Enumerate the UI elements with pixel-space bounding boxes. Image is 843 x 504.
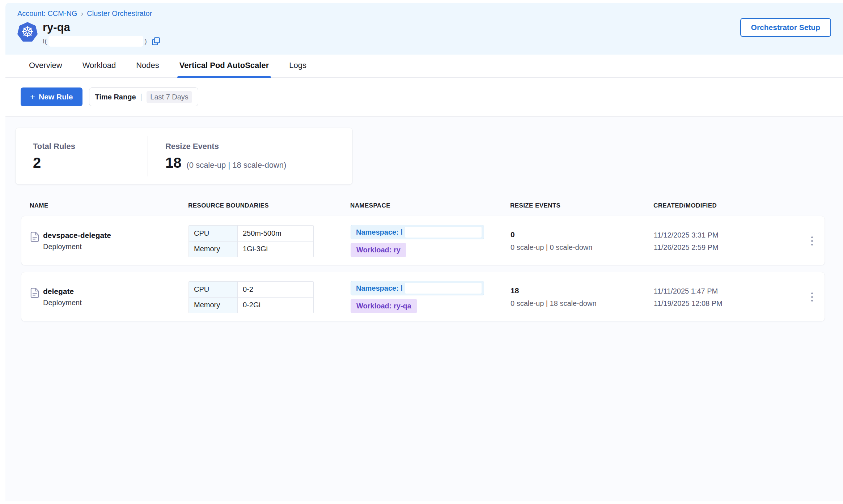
chevron-right-icon: ›: [81, 9, 84, 18]
resize-events-value: 18: [165, 155, 182, 171]
orchestrator-setup-button[interactable]: Orchestrator Setup: [740, 18, 831, 37]
tab-logs[interactable]: Logs: [289, 61, 306, 77]
main-panel: Account: CCM-NG › Cluster Orchestrator ☸…: [5, 3, 843, 504]
column-header-resource-boundaries: Resource Boundaries: [188, 202, 350, 209]
toolbar: + New Rule Time Range | Last 7 Days: [5, 78, 843, 117]
summary-card: Total Rules 2 Resize Events 18 (0 scale-…: [15, 128, 353, 185]
tab-nodes[interactable]: Nodes: [136, 61, 159, 77]
cpu-value: 0-2: [238, 282, 313, 297]
cluster-id-row: I( ): [43, 36, 161, 47]
cpu-value: 250m-500m: [238, 226, 313, 241]
modified-date: 11/26/2025 2:59 PM: [654, 241, 794, 253]
modified-date: 11/19/2025 12:08 PM: [654, 297, 794, 309]
active-tab-underline: [177, 76, 271, 78]
cpu-label: CPU: [189, 226, 238, 241]
plus-icon: +: [30, 93, 35, 101]
table-header-row: Name Resource Boundaries Namespace Resiz…: [21, 202, 825, 209]
total-rules-stat: Total Rules 2: [16, 142, 75, 171]
cluster-id-redacted: [48, 36, 143, 47]
breadcrumb: Account: CCM-NG › Cluster Orchestrator: [17, 9, 831, 18]
memory-label: Memory: [189, 242, 238, 257]
document-icon: [30, 232, 39, 243]
memory-value: 1Gi-3Gi: [238, 242, 313, 257]
rule-name[interactable]: delegate: [43, 287, 82, 296]
cluster-id-suffix: ): [145, 37, 147, 45]
new-rule-button[interactable]: + New Rule: [21, 87, 82, 106]
kubernetes-icon: ☸: [17, 22, 38, 42]
resource-boundaries-table: CPU 0-2 Memory 0-2Gi: [188, 281, 314, 313]
tab-bar: Overview Workload Nodes Vertical Pod Aut…: [5, 55, 843, 78]
total-rules-label: Total Rules: [33, 142, 75, 151]
time-range-value: Last 7 Days: [147, 91, 192, 103]
column-header-namespace: Namespace: [350, 202, 510, 209]
workload-badge: Workload: ry-qa: [351, 299, 417, 313]
resize-events-stat: Resize Events 18 (0 scale-up | 18 scale-…: [148, 142, 286, 171]
tab-vertical-pod-autoscaler[interactable]: Vertical Pod AutoScaler: [179, 61, 269, 77]
resource-boundaries-table: CPU 250m-500m Memory 1Gi-3Gi: [188, 225, 314, 257]
copy-icon[interactable]: [151, 37, 161, 46]
memory-label: Memory: [189, 298, 238, 313]
total-rules-value: 2: [33, 155, 41, 171]
column-header-name: Name: [30, 202, 188, 209]
cpu-label: CPU: [189, 282, 238, 297]
created-date: 11/12/2025 3:31 PM: [654, 229, 794, 241]
time-range-selector[interactable]: Time Range | Last 7 Days: [89, 87, 198, 106]
rule-kind: Deployment: [43, 299, 82, 307]
time-range-divider: |: [140, 92, 143, 102]
document-icon: [30, 288, 39, 299]
row-menu-kebab-icon[interactable]: [808, 234, 816, 248]
resize-events-count: 18: [511, 286, 654, 295]
cluster-id-prefix: I(: [43, 37, 47, 45]
resize-events-detail: (0 scale-up | 18 scale-down): [186, 161, 286, 170]
page-title: ry-qa: [43, 21, 161, 34]
workload-badge: Workload: ry: [351, 243, 406, 257]
breadcrumb-account-link[interactable]: Account: CCM-NG: [17, 9, 77, 18]
resize-events-count: 0: [511, 230, 654, 239]
resize-events-breakdown: 0 scale-up | 0 scale-down: [511, 243, 654, 252]
table-row: devspace-delegate Deployment CPU 250m-50…: [21, 216, 825, 265]
vpa-content-section: Total Rules 2 Resize Events 18 (0 scale-…: [5, 117, 843, 501]
namespace-redacted: [405, 227, 482, 238]
tab-overview[interactable]: Overview: [29, 61, 62, 77]
namespace-badge: Namespace: l: [351, 225, 484, 239]
column-header-resize-events: Resize Events: [510, 202, 653, 209]
time-range-label: Time Range: [95, 93, 136, 101]
page-header: Account: CCM-NG › Cluster Orchestrator ☸…: [5, 3, 843, 55]
namespace-badge: Namespace: l: [351, 281, 484, 295]
rule-kind: Deployment: [43, 243, 111, 251]
table-row: delegate Deployment CPU 0-2 Memory 0-2Gi: [21, 272, 825, 321]
column-header-created-modified: Created/Modified: [653, 202, 795, 209]
tab-workload[interactable]: Workload: [82, 61, 116, 77]
resize-events-breakdown: 0 scale-up | 18 scale-down: [511, 299, 654, 308]
namespace-redacted: [405, 283, 482, 294]
row-menu-kebab-icon[interactable]: [808, 290, 816, 304]
created-date: 11/11/2025 1:47 PM: [654, 285, 794, 297]
breadcrumb-cluster-orchestrator-link[interactable]: Cluster Orchestrator: [87, 9, 152, 18]
rule-name[interactable]: devspace-delegate: [43, 231, 111, 240]
memory-value: 0-2Gi: [238, 298, 313, 313]
resize-events-label: Resize Events: [165, 142, 286, 151]
